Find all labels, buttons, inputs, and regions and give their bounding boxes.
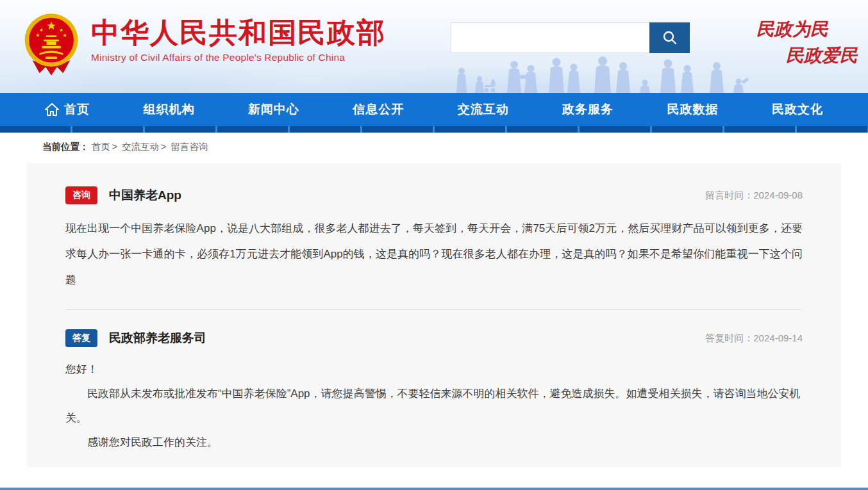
answer-header: 答复 民政部养老服务司 答复时间：2024-09-14 [65, 329, 803, 347]
breadcrumb-message-link[interactable]: 留言咨询 [171, 142, 208, 152]
site-subtitle: Ministry of Civil Affairs of the People'… [91, 52, 386, 63]
breadcrumb-separator: > [161, 142, 166, 152]
nav-item-label: 信息公开 [353, 101, 404, 118]
question-section: 咨询 中国养老App 留言时间：2024-09-08 现在出现一个中国养老保险A… [65, 186, 803, 293]
question-time: 留言时间：2024-09-08 [705, 190, 803, 202]
question-time-label: 留言时间： [705, 190, 753, 200]
nav-item-label: 民政文化 [772, 101, 823, 118]
answer-badge: 答复 [65, 329, 97, 347]
question-header: 咨询 中国养老App 留言时间：2024-09-08 [65, 186, 803, 204]
search-bar [451, 22, 690, 53]
breadcrumb-separator: > [112, 142, 117, 152]
national-emblem-icon [22, 12, 81, 78]
nav-item-label: 交流互动 [458, 101, 509, 118]
site-title: 中华人民共和国民政部 [91, 17, 386, 49]
nav-item-news[interactable]: 新闻中心 [248, 101, 299, 118]
slogan-line1: 民政为民 [756, 17, 858, 43]
slogan-calligraphy: 民政为民 民政爱民 [756, 17, 858, 69]
answer-time-value: 2024-09-14 [753, 332, 803, 343]
question-time-value: 2024-09-08 [753, 190, 803, 200]
search-icon [662, 29, 678, 46]
qa-card: 咨询 中国养老App 留言时间：2024-09-08 现在出现一个中国养老保险A… [27, 163, 841, 467]
search-input[interactable] [451, 22, 649, 53]
nav-item-civil-culture[interactable]: 民政文化 [772, 101, 823, 118]
nav-item-interaction[interactable]: 交流互动 [458, 101, 509, 118]
nav-item-label: 首页 [64, 101, 90, 118]
answer-time: 答复时间：2024-09-14 [705, 332, 803, 345]
nav-item-civil-data[interactable]: 民政数据 [667, 101, 719, 118]
answer-greeting: 您好！ [65, 357, 803, 382]
site-header: 中华人民共和国民政部 Ministry of Civil Affairs of … [0, 5, 868, 93]
nav-item-home[interactable]: 首页 [45, 101, 90, 118]
question-content: 现在出现一个中国养老保险App，说是八大部组成，很多老人都进去了，每天签到，每天… [65, 216, 803, 293]
question-title: 中国养老App [109, 187, 181, 204]
search-button[interactable] [649, 22, 690, 53]
answer-paragraph-2: 感谢您对民政工作的关注。 [65, 430, 803, 455]
nav-item-label: 民政数据 [667, 101, 719, 118]
breadcrumb: 当前位置： 首页> 交流互动> 留言咨询 [0, 133, 868, 159]
answer-content: 您好！ 民政部从未发布或批准发布“中国养老保险”App，请您提高警惕，不要轻信来… [65, 357, 803, 455]
main-nav: 首页 组织机构 新闻中心 信息公开 交流互动 政务服务 民政数据 民政文化 [0, 93, 868, 133]
nav-item-gov-services[interactable]: 政务服务 [562, 101, 613, 118]
answer-time-label: 答复时间： [705, 332, 753, 343]
site-logo-link[interactable]: 中华人民共和国民政部 Ministry of Civil Affairs of … [22, 12, 386, 78]
nav-item-organization[interactable]: 组织机构 [143, 101, 194, 118]
nav-item-info-disclosure[interactable]: 信息公开 [353, 101, 404, 118]
breadcrumb-label: 当前位置： [42, 142, 89, 152]
answer-paragraph-1: 民政部从未发布或批准发布“中国养老保险”App，请您提高警惕，不要轻信来源不明的… [65, 382, 803, 430]
footer-divider-line [0, 487, 868, 490]
top-strip [0, 0, 868, 5]
answer-title: 民政部养老服务司 [109, 330, 206, 347]
nav-item-label: 组织机构 [143, 101, 194, 118]
family-silhouette-art [442, 53, 763, 93]
section-divider [65, 309, 803, 310]
breadcrumb-home-link[interactable]: 首页 [92, 142, 110, 152]
page-footer [0, 487, 868, 490]
nav-underline-strip [0, 126, 868, 133]
answer-section: 答复 民政部养老服务司 答复时间：2024-09-14 您好！ 民政部从未发布或… [65, 329, 803, 455]
breadcrumb-interaction-link[interactable]: 交流互动 [122, 142, 159, 152]
question-badge: 咨询 [65, 186, 97, 204]
slogan-line2: 民政爱民 [756, 43, 858, 69]
nav-item-label: 新闻中心 [248, 101, 299, 118]
nav-item-label: 政务服务 [562, 101, 613, 118]
brand-text: 中华人民共和国民政部 Ministry of Civil Affairs of … [91, 12, 386, 63]
home-icon [45, 103, 59, 116]
